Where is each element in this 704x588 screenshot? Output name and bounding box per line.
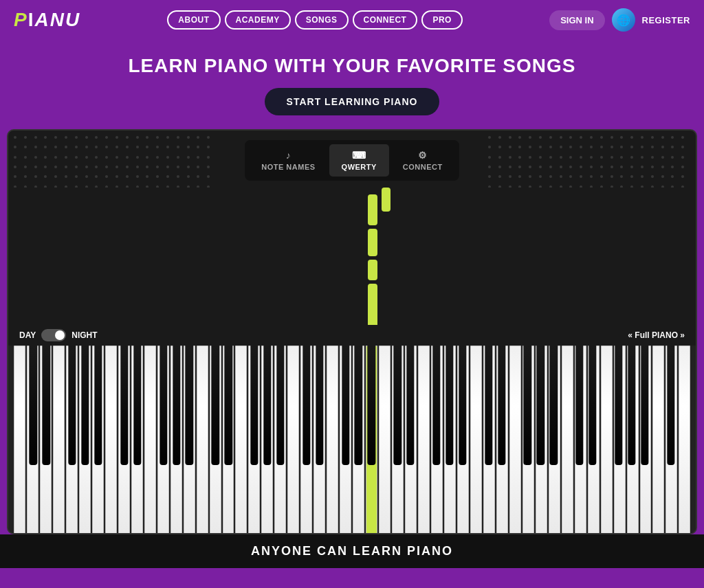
nav-pro[interactable]: PRO: [421, 10, 463, 30]
white-keys: [14, 346, 690, 534]
bottom-banner: ANYONE CAN LEARN PIANO: [0, 534, 704, 568]
falling-note: [368, 229, 377, 256]
white-key[interactable]: [105, 346, 117, 534]
day-night-label: DAY NIGHT: [19, 329, 98, 341]
white-key[interactable]: [14, 346, 25, 534]
white-key[interactable]: [614, 346, 626, 534]
white-key[interactable]: [405, 346, 417, 534]
white-key[interactable]: [640, 346, 652, 534]
white-key[interactable]: [418, 346, 430, 534]
white-key[interactable]: [340, 346, 351, 534]
hero-section: LEARN PIANO WITH YOUR FAVORITE SONGS STA…: [0, 40, 704, 129]
white-key[interactable]: [470, 346, 482, 534]
white-key[interactable]: [666, 346, 677, 534]
white-key[interactable]: [562, 346, 573, 534]
white-key[interactable]: [536, 346, 547, 534]
white-key[interactable]: [679, 346, 690, 534]
white-key[interactable]: [300, 346, 312, 534]
piano-container: ♪ NOTE NAMES ⌨ QWERTY ⚙ CONNECT DAY NIGH…: [7, 129, 697, 534]
white-key[interactable]: [392, 346, 404, 534]
white-key[interactable]: [522, 346, 534, 534]
mode-tabs: ♪ NOTE NAMES ⌨ QWERTY ⚙ CONNECT: [245, 140, 459, 181]
white-key[interactable]: [601, 346, 613, 534]
white-key[interactable]: [327, 346, 338, 534]
white-key[interactable]: [379, 346, 390, 534]
nav-academy[interactable]: ACADEMY: [225, 10, 291, 30]
falling-note: [368, 260, 377, 280]
keyboard-icon: ⌨: [352, 150, 366, 161]
white-key[interactable]: [144, 346, 156, 534]
white-key[interactable]: [79, 346, 91, 534]
tab-qwerty[interactable]: ⌨ QWERTY: [329, 144, 389, 177]
falling-note: [368, 284, 377, 325]
tab-connect-label: CONNECT: [403, 163, 443, 171]
white-key[interactable]: [118, 346, 130, 534]
white-key[interactable]: [652, 346, 664, 534]
day-night-toggle[interactable]: [41, 329, 66, 341]
connect-icon: ⚙: [418, 150, 428, 161]
white-key[interactable]: [496, 346, 508, 534]
white-key[interactable]: [509, 346, 521, 534]
toggle-knob: [55, 330, 65, 340]
day-label: DAY: [19, 330, 36, 340]
nav-songs[interactable]: SONGS: [295, 10, 349, 30]
white-key[interactable]: [353, 346, 364, 534]
white-key[interactable]: [27, 346, 38, 534]
white-key[interactable]: [444, 346, 456, 534]
white-key[interactable]: [261, 346, 273, 534]
note-icon: ♪: [286, 150, 292, 161]
white-key[interactable]: [184, 346, 195, 534]
register-button[interactable]: REGISTER: [642, 15, 690, 25]
notes-area: [8, 188, 696, 325]
nav-about[interactable]: ABOUT: [167, 10, 220, 30]
white-key[interactable]: [170, 346, 182, 534]
bottom-banner-text: ANYONE CAN LEARN PIANO: [251, 544, 453, 558]
night-label: NIGHT: [72, 330, 97, 340]
start-learning-button[interactable]: START LEARNING PIANO: [265, 88, 440, 115]
white-key[interactable]: [131, 346, 143, 534]
day-night-row: DAY NIGHT « Full PIANO »: [8, 325, 696, 346]
white-key[interactable]: [92, 346, 104, 534]
tab-qwerty-label: QWERTY: [342, 163, 377, 171]
white-key[interactable]: [314, 346, 325, 534]
globe-icon: 🌐: [612, 8, 635, 32]
white-key[interactable]: [274, 346, 286, 534]
white-key[interactable]: [66, 346, 78, 534]
white-key[interactable]: [248, 346, 260, 534]
sign-in-button[interactable]: SIGN IN: [549, 10, 604, 30]
white-key[interactable]: [287, 346, 299, 534]
header: PiANU ABOUT ACADEMY SONGS CONNECT PRO SI…: [0, 0, 704, 40]
white-key[interactable]: [588, 346, 600, 534]
white-key[interactable]: [431, 346, 443, 534]
white-key[interactable]: [483, 346, 495, 534]
white-key[interactable]: [157, 346, 169, 534]
header-right: SIGN IN 🌐 REGISTER: [549, 8, 690, 32]
tab-connect[interactable]: ⚙ CONNECT: [390, 144, 455, 177]
white-key[interactable]: [210, 346, 221, 534]
top-panel: ♪ NOTE NAMES ⌨ QWERTY ⚙ CONNECT: [8, 131, 696, 188]
white-key[interactable]: [366, 346, 377, 534]
white-key[interactable]: [457, 346, 469, 534]
logo: PiANU: [14, 9, 80, 31]
white-key[interactable]: [197, 346, 208, 534]
white-key[interactable]: [627, 346, 639, 534]
full-piano-label[interactable]: « Full PIANO »: [628, 330, 685, 340]
nav-links: ABOUT ACADEMY SONGS CONNECT PRO: [167, 10, 463, 30]
white-key[interactable]: [575, 346, 586, 534]
white-key[interactable]: [223, 346, 234, 534]
tab-note-names[interactable]: ♪ NOTE NAMES: [249, 144, 327, 177]
falling-note: [382, 188, 391, 212]
nav-connect[interactable]: CONNECT: [353, 10, 418, 30]
white-key[interactable]: [53, 346, 65, 534]
white-key[interactable]: [40, 346, 52, 534]
piano-keys-wrapper: [8, 346, 696, 534]
tab-note-names-label: NOTE NAMES: [261, 163, 315, 171]
falling-note: [368, 194, 377, 225]
white-key[interactable]: [235, 346, 247, 534]
hero-title: LEARN PIANO WITH YOUR FAVORITE SONGS: [0, 55, 704, 77]
white-key[interactable]: [549, 346, 560, 534]
